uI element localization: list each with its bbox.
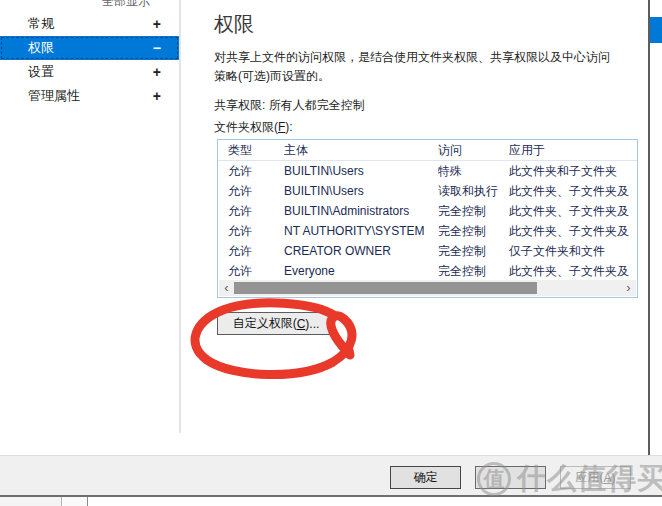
cell-type: 允许 — [228, 203, 284, 220]
page-title: 权限 — [214, 11, 254, 38]
sidebar-item-permissions[interactable]: 权限 − — [0, 36, 179, 60]
sidebar-divider — [179, 0, 181, 433]
scrollbar-thumb[interactable] — [234, 282, 537, 294]
cell-type: 允许 — [228, 243, 284, 260]
table-header: 类型 主体 访问 应用于 — [218, 140, 637, 161]
window-bottom-border — [0, 495, 662, 497]
sidebar-item-settings[interactable]: 设置 + — [0, 60, 179, 84]
cell-principal: BUILTIN\Users — [284, 184, 438, 198]
access-key: A — [603, 471, 611, 485]
share-permission-summary: 共享权限: 所有人都完全控制 — [214, 97, 365, 114]
cell-principal: Everyone — [284, 264, 438, 278]
cell-principal: BUILTIN\Users — [284, 164, 438, 178]
expand-icon: + — [153, 16, 161, 32]
scroll-right-icon[interactable]: › — [621, 280, 636, 296]
show-all-link[interactable]: 全部显示 — [102, 0, 150, 10]
table-row[interactable]: 允许 BUILTIN\Administrators 完全控制 此文件夹、子文件夹… — [218, 201, 637, 221]
background-window-fragment — [0, 497, 62, 506]
collapse-icon: − — [153, 40, 161, 56]
description-line-1: 对共享上文件的访问权限，是结合使用文件夹权限、共享权限以及中心访问 — [214, 48, 634, 67]
cancel-button[interactable] — [475, 466, 546, 489]
sidebar: 常规 + 权限 − 设置 + 管理属性 + — [0, 12, 179, 108]
cell-principal: NT AUTHORITY\SYSTEM — [284, 224, 438, 238]
cell-applies-to: 仅子文件夹和文件 — [509, 243, 637, 260]
window-right-border — [648, 0, 650, 495]
cell-access: 读取和执行 — [438, 183, 509, 200]
apply-button[interactable]: 应用(A) — [560, 466, 631, 489]
description-line-2: 策略(可选)而设置的。 — [214, 67, 634, 86]
cell-type: 允许 — [228, 163, 284, 180]
sidebar-item-label: 管理属性 — [28, 87, 153, 105]
label-text: ): — [285, 120, 292, 134]
cell-type: 允许 — [228, 223, 284, 240]
table-row[interactable]: 允许 BUILTIN\Users 读取和执行 此文件夹、子文件夹及 — [218, 181, 637, 201]
folder-permissions-table: 类型 主体 访问 应用于 允许 BUILTIN\Users 特殊 此文件夹和子文… — [217, 139, 638, 298]
cell-access: 特殊 — [438, 163, 509, 180]
cell-access: 完全控制 — [438, 223, 509, 240]
sidebar-item-general[interactable]: 常规 + — [0, 12, 179, 36]
cell-applies-to: 此文件夹、子文件夹及 — [509, 203, 637, 220]
cell-access: 完全控制 — [438, 203, 509, 220]
scroll-left-icon[interactable]: ‹ — [219, 280, 234, 296]
cell-applies-to: 此文件夹和子文件夹 — [509, 163, 637, 180]
footer-bar: 确定 应用(A) — [0, 455, 662, 495]
cell-access: 完全控制 — [438, 263, 509, 280]
button-text: )... — [305, 317, 319, 331]
cell-type: 允许 — [228, 183, 284, 200]
label-text: 文件夹权限( — [214, 120, 278, 134]
cell-principal: CREATOR OWNER — [284, 244, 438, 258]
access-key: C — [297, 317, 306, 331]
expand-icon: + — [153, 64, 161, 80]
scrollbar-track[interactable] — [234, 280, 621, 296]
folder-permissions-label: 文件夹权限(F): — [214, 119, 293, 136]
sidebar-item-label: 设置 — [28, 63, 153, 81]
sidebar-item-label: 常规 — [28, 15, 153, 33]
sidebar-item-label: 权限 — [28, 39, 153, 57]
column-header-principal[interactable]: 主体 — [284, 142, 438, 159]
table-row[interactable]: 允许 NT AUTHORITY\SYSTEM 完全控制 此文件夹、子文件夹及 — [218, 221, 637, 241]
table-row[interactable]: 允许 CREATOR OWNER 完全控制 仅子文件夹和文件 — [218, 241, 637, 261]
button-text: 自定义权限( — [233, 315, 297, 332]
permissions-description: 对共享上文件的访问权限，是结合使用文件夹权限、共享权限以及中心访问 策略(可选)… — [214, 48, 634, 86]
cell-type: 允许 — [228, 263, 284, 280]
sidebar-item-management[interactable]: 管理属性 + — [0, 84, 179, 108]
column-header-type[interactable]: 类型 — [228, 142, 284, 159]
button-text: 应用( — [575, 469, 603, 486]
cell-applies-to: 此文件夹、子文件夹及 — [509, 263, 637, 280]
cell-applies-to: 此文件夹、子文件夹及 — [509, 223, 637, 240]
customize-permissions-button[interactable]: 自定义权限(C)... — [217, 312, 335, 335]
cell-applies-to: 此文件夹、子文件夹及 — [509, 183, 637, 200]
expand-icon: + — [153, 88, 161, 104]
cell-principal: BUILTIN\Administrators — [284, 204, 438, 218]
background-window-fragment — [63, 497, 88, 506]
column-header-access[interactable]: 访问 — [438, 142, 509, 159]
ok-button[interactable]: 确定 — [390, 466, 461, 489]
button-text: ) — [612, 471, 616, 485]
horizontal-scrollbar[interactable]: ‹ › — [219, 280, 636, 296]
table-row[interactable]: 允许 BUILTIN\Users 特殊 此文件夹和子文件夹 — [218, 161, 637, 181]
cell-access: 完全控制 — [438, 243, 509, 260]
vertical-scrollbar-thumb[interactable] — [650, 17, 662, 43]
column-header-applies-to[interactable]: 应用于 — [509, 142, 637, 159]
table-row[interactable]: 允许 Everyone 完全控制 此文件夹、子文件夹及 — [218, 261, 637, 281]
